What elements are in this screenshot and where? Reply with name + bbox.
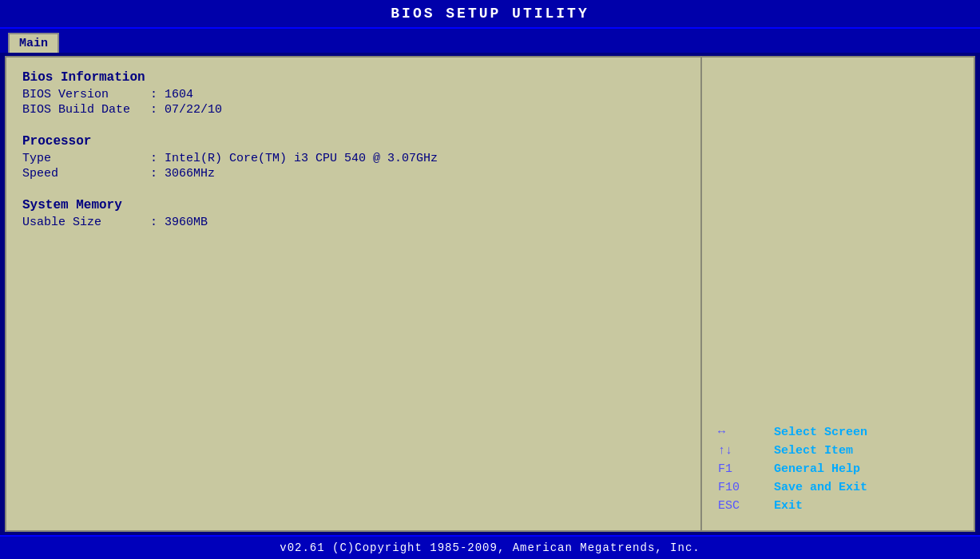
processor-speed-value: : 3066MHz: [150, 167, 215, 180]
bios-title: BIOS SETUP UTILITY: [391, 6, 589, 22]
key-desc-save-exit: Save and Exit: [774, 481, 867, 494]
key-symbol-arrows: ↔: [718, 426, 774, 439]
processor-type-row: Type : Intel(R) Core(TM) i3 CPU 540 @ 3.…: [22, 152, 684, 165]
processor-type-value: : Intel(R) Core(TM) i3 CPU 540 @ 3.07GHz: [150, 152, 438, 165]
key-select-item: ↑↓ Select Item: [718, 444, 958, 458]
usable-size-value: : 3960MB: [150, 216, 208, 229]
bios-version-value: : 1604: [150, 88, 193, 101]
bios-screen: BIOS SETUP UTILITY Main Bios Information…: [0, 0, 980, 559]
usable-size-row: Usable Size : 3960MB: [22, 216, 684, 229]
system-memory-title: System Memory: [22, 198, 684, 212]
usable-size-label: Usable Size: [22, 216, 150, 229]
main-tab[interactable]: Main: [8, 33, 59, 53]
key-select-screen: ↔ Select Screen: [718, 426, 958, 439]
tab-bar: Main: [0, 29, 980, 53]
bios-build-date-value: : 07/22/10: [150, 103, 222, 117]
left-panel: Bios Information BIOS Version : 1604 BIO…: [6, 57, 702, 530]
bios-version-label: BIOS Version: [22, 88, 150, 101]
key-desc-general-help: General Help: [774, 462, 860, 476]
key-help: ↔ Select Screen ↑↓ Select Item F1 Genera…: [718, 426, 958, 517]
processor-speed-label: Speed: [22, 167, 150, 180]
key-symbol-f1: F1: [718, 462, 774, 476]
key-desc-select-item: Select Item: [774, 444, 853, 458]
key-desc-exit: Exit: [774, 499, 803, 513]
key-symbol-f10: F10: [718, 481, 774, 494]
footer-text: v02.61 (C)Copyright 1985-2009, American …: [280, 541, 700, 554]
processor-title: Processor: [22, 134, 684, 149]
title-bar: BIOS SETUP UTILITY: [0, 0, 980, 29]
key-esc: ESC Exit: [718, 499, 958, 513]
processor-type-label: Type: [22, 152, 150, 165]
key-desc-select-screen: Select Screen: [774, 426, 867, 439]
right-panel: ↔ Select Screen ↑↓ Select Item F1 Genera…: [702, 57, 974, 530]
bios-build-date-label: BIOS Build Date: [22, 103, 150, 117]
key-f10: F10 Save and Exit: [718, 481, 958, 494]
bios-build-date-row: BIOS Build Date : 07/22/10: [22, 103, 684, 117]
main-content: Bios Information BIOS Version : 1604 BIO…: [5, 56, 975, 532]
key-symbol-updown: ↑↓: [718, 444, 774, 458]
key-f1: F1 General Help: [718, 462, 958, 476]
bios-version-row: BIOS Version : 1604: [22, 88, 684, 101]
bios-info-title: Bios Information: [22, 70, 684, 85]
footer-bar: v02.61 (C)Copyright 1985-2009, American …: [0, 535, 980, 559]
processor-speed-row: Speed : 3066MHz: [22, 167, 684, 180]
key-symbol-esc: ESC: [718, 499, 774, 513]
